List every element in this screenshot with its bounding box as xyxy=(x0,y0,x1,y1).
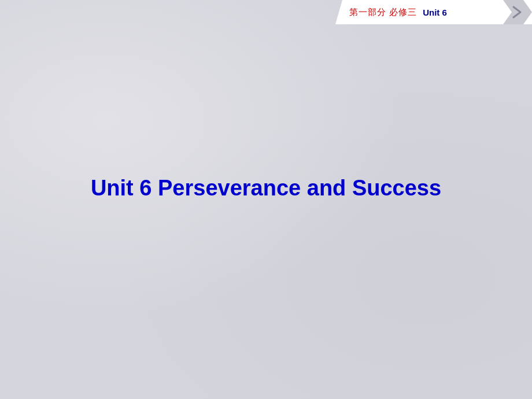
svg-marker-0 xyxy=(503,0,532,24)
slide-container: 第一部分 必修三 Unit 6 Unit 6 Perseverance and … xyxy=(0,0,532,399)
header-tab: 第一部分 必修三 Unit 6 xyxy=(335,0,532,24)
header-banner: 第一部分 必修三 Unit 6 xyxy=(335,0,532,24)
header-chinese-text: 第一部分 必修三 xyxy=(349,7,417,18)
main-title: Unit 6 Perseverance and Success xyxy=(91,176,441,201)
main-title-area: Unit 6 Perseverance and Success xyxy=(91,176,441,201)
chevron-right-icon xyxy=(503,0,532,24)
header-unit-text: Unit 6 xyxy=(423,8,447,17)
